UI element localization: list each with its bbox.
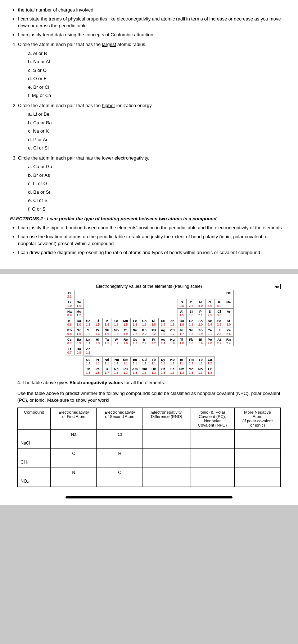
periodic-table-container: Electronegativity values of the elements…	[10, 280, 288, 494]
q2a: a. Li or Be	[28, 111, 288, 118]
ws-row-no2: NO₂ N O	[18, 468, 281, 487]
pt-s: S2.5	[205, 309, 215, 318]
bullet-justify: I can justify trend data using the conce…	[18, 31, 288, 38]
q2c: c. Na or K	[28, 128, 288, 135]
pt-no: No1.3	[196, 366, 205, 376]
pt-cs: Cs0.7	[65, 337, 74, 346]
pt-ir: Ir2.2	[140, 337, 149, 346]
pt-row-7: Fr0.7 Ra0.9 Ac1.1	[65, 346, 233, 355]
ch4-end	[143, 448, 190, 468]
pt-se: Se2.4	[205, 318, 215, 327]
pt-as: As2.0	[196, 318, 205, 327]
pt-cd: Cd1.7	[168, 327, 177, 337]
pt-er: Er1.1	[177, 357, 186, 366]
pt-empty	[93, 346, 233, 355]
pt-cl: Cl3.0	[215, 309, 224, 318]
pt-empty	[102, 290, 112, 299]
pt-yb: Yb1.1	[196, 357, 205, 366]
pt-zn: Zn1.6	[168, 318, 177, 327]
ws-col-atom: More NegativeAtom(if polar covalentor io…	[235, 408, 281, 429]
pt-sn: Sn1.8	[186, 327, 196, 337]
pt-ti: Ti1.5	[93, 318, 102, 327]
pt-pb: Pb1.8	[186, 337, 196, 346]
pt-ta: Ta1.5	[102, 337, 112, 346]
pt-lr: Lr1.3	[205, 366, 215, 376]
q3d: d. Ba or Sr	[28, 189, 288, 196]
pt-ga: Ga1.6	[177, 318, 186, 327]
pt-po: Po2.0	[205, 337, 215, 346]
pt-empty	[102, 299, 112, 309]
pt-mn: Mn1.5	[121, 318, 130, 327]
q1d: d. O or F	[28, 75, 288, 82]
pt-b: B2.0	[177, 299, 186, 309]
pt-ba: Ba0.9	[74, 337, 83, 346]
pt-pt: Pt2.2	[149, 337, 158, 346]
ch4-en1: C	[51, 448, 97, 468]
q2e: e. Cl or Si	[28, 144, 288, 152]
ws-col-en2: Electronegativityof Second Atom	[97, 408, 143, 429]
pt-mg: Mg1.2	[74, 309, 83, 318]
pt-pd: Pd2.2	[149, 327, 158, 337]
ws-col-type: Ionic (I), PolarCovalent (PC),NonpolarCo…	[190, 408, 234, 429]
pt-f: F4.0	[215, 299, 224, 309]
ws-row-ch4: CH₄ C H	[18, 448, 281, 468]
bottom-bar	[66, 496, 232, 498]
pt-ru: Ru2.2	[130, 327, 140, 337]
actinide-row: Th1.3 Pa1.5 U1.7 Np1.3 Pu1.3 Am1.3 Cm1.3…	[83, 366, 215, 376]
pt-bk: Bk1.3	[149, 366, 158, 376]
no2-atom	[235, 468, 281, 487]
pt-empty	[112, 290, 121, 299]
compound-ch4: CH₄	[18, 448, 51, 468]
pt-rh: Rh2.2	[140, 327, 149, 337]
pt-ce: Ce1.1	[83, 357, 93, 366]
question-3: Circle the atom in each pair that has th…	[18, 155, 288, 213]
pt-u: U1.7	[102, 366, 112, 376]
q1b: b. Na or Al	[28, 58, 288, 65]
pt-k: K0.8	[65, 318, 74, 327]
pt-empty	[158, 309, 168, 318]
pt-empty	[149, 299, 158, 309]
pt-ra: Ra0.9	[74, 346, 83, 355]
pt-h: H 2.1	[65, 290, 74, 299]
pt-at: At2.2	[215, 337, 224, 346]
electrons-header: ELECTRONS.2 - I can predict the type of …	[10, 216, 288, 221]
pt-he: He	[224, 290, 233, 299]
periodic-table-title: Electronegativity values of the elements…	[96, 284, 202, 289]
pt-row-6: Cs0.7 Ba0.9 La1.1 Hf1.3 Ta1.5 W1.7 Re1.9…	[65, 337, 233, 346]
pt-rb: Rb0.8	[65, 327, 74, 337]
pt-empty	[112, 299, 121, 309]
nacl-en2: Cl	[97, 429, 143, 448]
pt-tm: Tm1.1	[186, 357, 196, 366]
lanthanide-row: Ce1.1 Pr1.1 Nd1.1 Pm1.1 Sm1.1 Eu1.1 Gd1.…	[83, 357, 215, 366]
nacl-type	[190, 429, 234, 448]
q3b: b. Br or As	[28, 172, 288, 179]
q1-parts: a. Al or B b. Na or Al c. S or O d. O or…	[28, 50, 288, 99]
pt-empty	[130, 309, 140, 318]
pt-empty	[83, 299, 93, 309]
pt-na: Na0.9	[65, 309, 74, 318]
pt-tl: Tl1.8	[177, 337, 186, 346]
ws-row-nacl: NaCl Na Cl	[18, 429, 281, 448]
pt-si: Si1.8	[186, 309, 196, 318]
ch4-type	[190, 448, 234, 468]
pt-empty	[149, 290, 158, 299]
pt-am: Am1.3	[130, 366, 140, 376]
pt-xe: Xe2.6	[224, 327, 233, 337]
pt-sb: Sb1.9	[196, 327, 205, 337]
question-2: Circle the atom in each pair that has th…	[18, 102, 288, 152]
pt-row-3: Na0.9 Mg1.2 Al1.5 Si1.8	[65, 309, 233, 318]
pt-ag: Ag1.9	[158, 327, 168, 337]
ch4-atom	[235, 448, 281, 468]
pt-sc: Sc1.3	[83, 318, 93, 327]
q3f: f. O or S	[28, 206, 288, 213]
pt-mo: Mo1.8	[112, 327, 121, 337]
pt-empty	[186, 290, 196, 299]
pt-p: P2.1	[196, 309, 205, 318]
pt-np: Np1.3	[112, 366, 121, 376]
bullet-trends: I can state the trends of physical prope…	[18, 15, 288, 29]
q1a: a. Al or B	[28, 50, 288, 57]
pt-empty	[130, 299, 140, 309]
pt-empty	[83, 290, 93, 299]
pt-cm: Cm1.3	[140, 366, 149, 376]
pt-empty	[168, 290, 177, 299]
